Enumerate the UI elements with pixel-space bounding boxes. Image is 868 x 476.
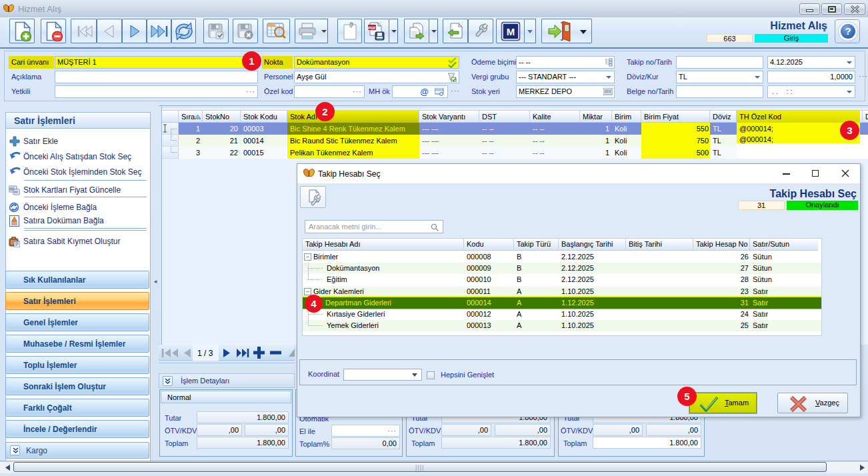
svg-text:M: M — [506, 26, 515, 37]
svg-text:PDF: PDF — [368, 25, 376, 29]
